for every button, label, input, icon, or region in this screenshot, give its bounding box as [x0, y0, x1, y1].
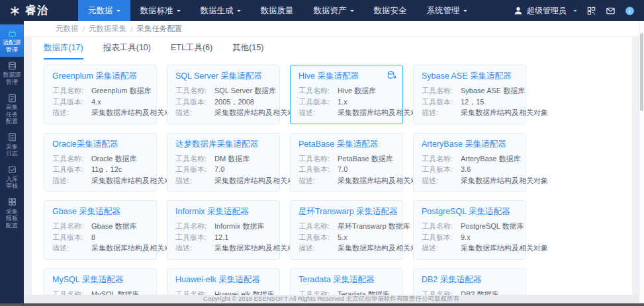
- adapter-title-link[interactable]: ArteryBase 采集适配器: [422, 139, 518, 149]
- nav-menu-label: 数据标准: [140, 5, 173, 17]
- tool-name-label: 工具名称:: [422, 153, 461, 165]
- tab-database[interactable]: 数据库(17): [44, 42, 83, 59]
- tool-version-value: 9.x: [461, 232, 471, 243]
- description-label: 描述:: [422, 243, 461, 254]
- adapter-title-link[interactable]: MySQL 采集适配器: [52, 274, 148, 285]
- adapter-title-link[interactable]: SQL Server 采集适配器: [175, 71, 271, 81]
- description-row: 描述: 采集数据库结构及相关对象: [52, 175, 148, 186]
- adapter-title-link[interactable]: 星环Transwarp 采集适配器: [299, 206, 394, 217]
- sidebar-item-collect-template[interactable]: 采集模板配置: [0, 194, 24, 233]
- description-label: 描述:: [175, 107, 214, 118]
- nav-menu-system-management[interactable]: 系统管理: [417, 0, 477, 21]
- sidebar-item-datasource[interactable]: 数据源管理: [0, 57, 24, 89]
- qr-code-icon[interactable]: [586, 5, 596, 16]
- adapter-title-link[interactable]: Huawei-elk 采集适配器: [175, 274, 271, 285]
- mail-icon[interactable]: [605, 5, 616, 16]
- breadcrumb-separator: /: [130, 25, 132, 33]
- tool-version-label: 工具版本:: [299, 96, 338, 108]
- description-row: 描述: 采集数据库结构及相关对象: [422, 175, 518, 186]
- tool-version-label: 工具版本:: [175, 96, 214, 108]
- tool-name-row: 工具名称: Hive 数据库: [299, 85, 394, 96]
- breadcrumb-item[interactable]: 元数据: [56, 24, 79, 34]
- card-grid: Greenplum 采集适配器 工具名称: Greenplum 数据库 工具版本…: [32, 59, 632, 303]
- adapter-title-link[interactable]: Sybase ASE 采集适配器: [422, 71, 518, 81]
- adapter-card[interactable]: ArteryBase 采集适配器 工具名称: ArteryBase 数据库 工具…: [413, 133, 526, 192]
- tab-report-tools[interactable]: 报表工具(10): [103, 42, 151, 59]
- description-value: 采集数据库结构及相关对象: [338, 175, 425, 186]
- user-menu[interactable]: 超级管理员: [513, 5, 577, 17]
- adapter-card[interactable]: SQL Server 采集适配器 工具名称: SQL Server 数据库 工具…: [167, 65, 280, 124]
- tab-etl-tools[interactable]: ETL工具(6): [171, 42, 212, 59]
- adapter-card[interactable]: PetaBase 采集适配器 工具名称: PetaBase 数据库 工具版本: …: [290, 133, 403, 192]
- adapter-title-link[interactable]: Gbase 采集适配器: [52, 206, 148, 217]
- adapter-card[interactable]: 星环Transwarp 采集适配器 工具名称: 星环Transwarp 数据库 …: [290, 200, 403, 260]
- tool-version-value: 2005，2008: [214, 96, 254, 108]
- nav-menu-metadata[interactable]: 元数据: [78, 0, 130, 21]
- adapter-card[interactable]: Sybase ASE 采集适配器 工具名称: Sybase ASE 数据库 工具…: [413, 65, 526, 124]
- sidebar-item-adapter-source[interactable]: 适配源管理: [0, 24, 24, 57]
- top-navbar: 睿治 元数据数据标准数据生成数据质量数据资产数据安全系统管理 超级管理员: [0, 0, 644, 21]
- nav-menu-data-generation[interactable]: 数据生成: [191, 0, 251, 21]
- tool-version-row: 工具版本: 7.0: [299, 164, 394, 175]
- tool-version-value: 7.0: [338, 164, 347, 175]
- description-label: 描述:: [299, 107, 338, 118]
- tool-version-row: 工具版本: 4.x: [52, 96, 148, 108]
- collect-task-icon: [7, 93, 17, 103]
- chevron-down-icon: [116, 10, 120, 14]
- tool-name-row: 工具名称: 星环Transwarp 数据库: [299, 221, 394, 232]
- adapter-card[interactable]: Hive 采集适配器 工具名称: Hive 数据库 工具版本: 1.x 描述: …: [290, 65, 403, 124]
- scrollbar-thumb[interactable]: [640, 33, 643, 111]
- sidebar-item-label: 模板: [6, 215, 18, 222]
- adapter-card[interactable]: PostgreSQL 采集适配器 工具名称: PostgreSQL 数据库 工具…: [413, 200, 526, 260]
- sidebar-item-collect-task[interactable]: 采集任务配置: [0, 89, 24, 129]
- description-value: 采集数据库结构及相关对象: [338, 243, 425, 254]
- adapter-card[interactable]: 达梦数据库采集适配器 工具名称: DM 数据库 工具版本: 7.0 描述: 采集…: [167, 133, 280, 192]
- tool-version-row: 工具版本: 9.x: [422, 232, 518, 243]
- tool-name-label: 工具名称:: [299, 85, 338, 96]
- description-row: 描述: 采集数据库结构及相关对象: [175, 175, 271, 186]
- adapter-title-link[interactable]: PostgreSQL 采集适配器: [422, 206, 518, 217]
- description-value: 采集数据库结构及相关对象: [91, 175, 179, 186]
- tool-version-value: 4.x: [91, 96, 101, 108]
- adapter-title-link[interactable]: 达梦数据库采集适配器: [175, 139, 271, 149]
- nav-menu-label: 系统管理: [427, 5, 460, 17]
- tool-name-label: 工具名称:: [175, 221, 214, 232]
- start-collect-icon[interactable]: [387, 70, 397, 81]
- nav-menu-data-security[interactable]: 数据安全: [364, 0, 417, 21]
- tool-name-value: Informix 数据库: [214, 221, 264, 232]
- tool-name-row: 工具名称: Informix 数据库: [175, 221, 271, 232]
- breadcrumb-item[interactable]: 元数据采集: [89, 24, 127, 34]
- sidebar-item-label: 配置: [6, 222, 18, 229]
- adapter-card[interactable]: Gbase 采集适配器 工具名称: Gbase 数据库 工具版本: 8 描述: …: [44, 200, 157, 260]
- sidebar-item-label: 配置: [6, 118, 18, 125]
- adapter-card[interactable]: Oracle采集适配器 工具名称: Oracle 数据库 工具版本: 11g，1…: [44, 133, 157, 192]
- tab-others[interactable]: 其他(15): [232, 42, 263, 59]
- nav-menu-data-standard[interactable]: 数据标准: [130, 0, 191, 21]
- nav-menu-data-asset[interactable]: 数据资产: [304, 0, 364, 21]
- content-panel: 数据库(17)报表工具(10)ETL工具(6)其他(15) Greenplum …: [32, 37, 632, 303]
- adapter-card[interactable]: Informix 采集适配器 工具名称: Informix 数据库 工具版本: …: [167, 200, 280, 260]
- sidebar-item-label: 适配源: [3, 39, 21, 46]
- adapter-title-link[interactable]: DB2 采集适配器: [422, 274, 518, 285]
- tool-version-value: 1.x: [338, 96, 347, 108]
- info-icon[interactable]: [624, 5, 635, 16]
- adapter-title-link[interactable]: PetaBase 采集适配器: [299, 139, 394, 149]
- collect-template-icon: [7, 197, 17, 208]
- chevron-down-icon: [177, 10, 181, 14]
- sidebar-item-warehouse-audit[interactable]: 入库审核: [0, 161, 24, 194]
- description-row: 描述: 采集数据库结构及相关对象: [52, 243, 148, 254]
- adapter-card[interactable]: Greenplum 采集适配器 工具名称: Greenplum 数据库 工具版本…: [44, 65, 157, 124]
- tool-version-label: 工具版本:: [52, 96, 91, 108]
- adapter-title-link[interactable]: Hive 采集适配器: [299, 71, 394, 81]
- warehouse-audit-icon: [7, 165, 17, 175]
- tool-name-label: 工具名称:: [175, 153, 214, 165]
- nav-menu-label: 数据安全: [374, 5, 407, 17]
- vertical-scrollbar[interactable]: [639, 21, 644, 303]
- nav-menu-data-quality[interactable]: 数据质量: [251, 0, 304, 21]
- adapter-title-link[interactable]: Greenplum 采集适配器: [52, 71, 148, 81]
- adapter-title-link[interactable]: Informix 采集适配器: [175, 206, 271, 217]
- brand[interactable]: 睿治: [0, 4, 78, 18]
- adapter-title-link[interactable]: Teradata 采集适配器: [299, 274, 394, 285]
- sidebar-item-collect-log[interactable]: 采集日志: [0, 129, 24, 161]
- adapter-title-link[interactable]: Oracle采集适配器: [52, 139, 148, 149]
